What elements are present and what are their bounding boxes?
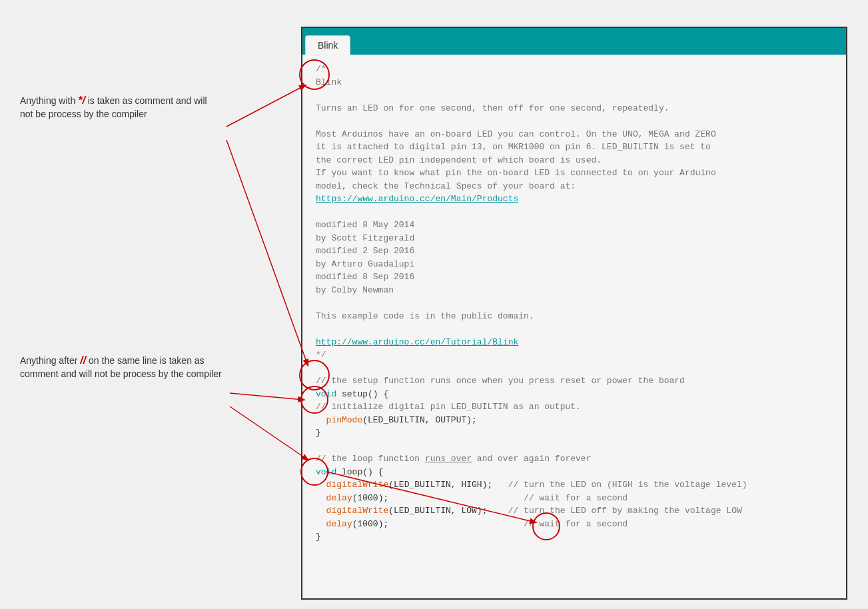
code-line: Blink: [316, 76, 833, 89]
code-line: by Colby Newman: [316, 284, 833, 297]
code-line: [316, 297, 833, 310]
code-line: Turns an LED on for one second, then off…: [316, 102, 833, 115]
editor-window: Blink /* Blink Turns an LED on for one s…: [301, 27, 847, 600]
code-line: digitalWrite(LED_BUILTIN, HIGH); // turn…: [316, 478, 833, 492]
code-line: it is attached to digital pin 13, on MKR…: [316, 141, 833, 154]
code-line: model, check the Technical Specs of your…: [316, 180, 833, 193]
tab-bar: Blink: [302, 28, 846, 55]
code-line: modified 8 May 2014: [316, 219, 833, 232]
code-line: If you want to know what pin the on-boar…: [316, 167, 833, 180]
code-line: modified 2 Sep 2016: [316, 245, 833, 258]
annotation-comment-block: Anything with */ is taken as comment and…: [20, 93, 220, 121]
code-line: [316, 206, 833, 219]
code-line: modified 8 Sep 2016: [316, 271, 833, 284]
code-line: pinMode(LED_BUILTIN, OUTPUT);: [316, 414, 833, 427]
code-line: }: [316, 426, 833, 440]
code-line: // the loop function runs over and over …: [316, 452, 833, 466]
code-line: [316, 362, 833, 375]
code-line: [316, 89, 833, 102]
svg-line-6: [230, 406, 308, 460]
code-line: [316, 440, 833, 453]
code-line: delay(1000); // wait for a second: [316, 518, 833, 531]
code-line: delay(1000); // wait for a second: [316, 492, 833, 505]
annotation-text-prefix: Anything with: [20, 95, 78, 106]
svg-line-3: [226, 140, 308, 365]
annotation-symbol-slash: //: [80, 354, 86, 366]
annotation-symbol-star: */: [78, 95, 85, 106]
svg-line-5: [230, 393, 304, 400]
annotation-text-prefix2: Anything after: [20, 355, 80, 366]
code-editor[interactable]: /* Blink Turns an LED on for one second,…: [302, 55, 846, 598]
svg-line-1: [226, 85, 305, 127]
code-line: by Arturo Guadalupi: [316, 258, 833, 271]
code-line: This example code is in the public domai…: [316, 310, 833, 323]
code-line: [316, 322, 833, 336]
code-line: by Scott Fitzgerald: [316, 232, 833, 245]
code-line: digitalWrite(LED_BUILTIN, LOW); // turn …: [316, 504, 833, 518]
annotation-line-comment: Anything after // on the same line is ta…: [20, 353, 233, 381]
code-line: }: [316, 530, 833, 544]
code-line: void setup() {: [316, 388, 833, 401]
code-line: // the setup function runs once when you…: [316, 374, 833, 388]
code-line: http://www.arduino.cc/en/Tutorial/Blink: [316, 336, 833, 349]
code-line: */: [316, 348, 833, 362]
code-line: void loop() {: [316, 466, 833, 479]
code-line: the correct LED pin independent of which…: [316, 154, 833, 167]
code-line: [316, 115, 833, 128]
code-line: Most Arduinos have an on-board LED you c…: [316, 128, 833, 141]
code-line: https://www.arduino.cc/en/Main/Products: [316, 193, 833, 206]
blink-tab[interactable]: Blink: [305, 35, 350, 55]
code-line: /*: [316, 63, 833, 76]
code-line: // initialize digital pin LED_BUILTIN as…: [316, 400, 833, 414]
